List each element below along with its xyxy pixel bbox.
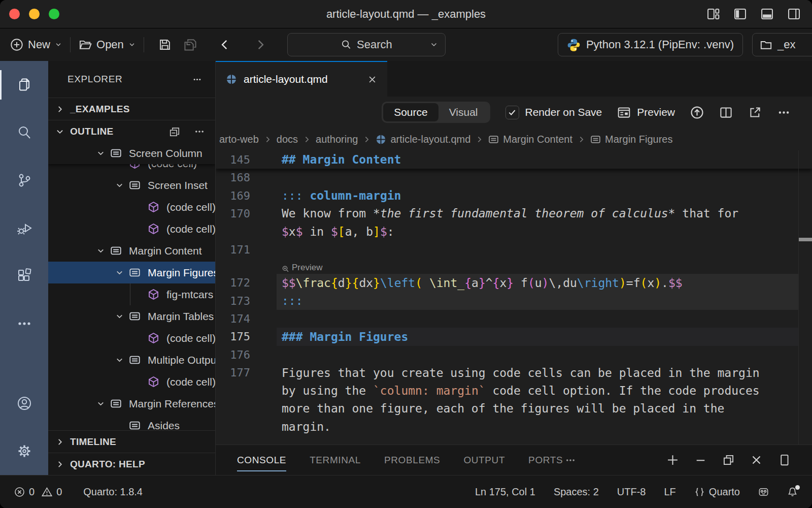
plus-icon[interactable]: [666, 454, 679, 466]
sidebar-section-examples[interactable]: _EXAMPLES: [48, 98, 215, 120]
activity-files-button[interactable]: [0, 61, 48, 109]
code-editor[interactable]: 145## Margin Content168169::: column-mar…: [216, 150, 812, 444]
minimize-window-button[interactable]: [29, 9, 40, 19]
outline-item-fig-mtcars[interactable]: fig-mtcars: [48, 283, 215, 305]
layout-grid-icon[interactable]: [706, 7, 720, 21]
outline-item--code-cell-[interactable]: (code cell): [48, 164, 215, 174]
collapse-all-icon[interactable]: [169, 126, 180, 137]
outline-item-asides[interactable]: Asides: [48, 415, 215, 430]
breadcrumb-item-margin-content[interactable]: Margin Content: [488, 134, 572, 145]
layout-sidebar-left-icon[interactable]: [733, 7, 747, 21]
outline-item--code-cell-[interactable]: (code cell): [48, 327, 215, 349]
code-lens-preview[interactable]: Preview: [216, 259, 812, 274]
render-on-save-checkbox[interactable]: [505, 106, 519, 119]
panel-more-icon[interactable]: [565, 455, 576, 466]
activity-more-button[interactable]: [0, 300, 48, 347]
code-line[interactable]: 170We know from *the first fundamental t…: [216, 205, 812, 223]
encoding[interactable]: UTF-8: [617, 486, 646, 498]
indentation[interactable]: Spaces: 2: [554, 486, 599, 498]
breadcrumb-item-margin-figures[interactable]: Margin Figures: [590, 134, 672, 145]
sidebar-section-timeline[interactable]: TIMELINE: [48, 430, 215, 453]
code-line[interactable]: margin.: [216, 418, 812, 435]
code-line[interactable]: 176: [216, 346, 812, 364]
source-mode-button[interactable]: Source: [383, 103, 438, 121]
save-all-icon[interactable]: [184, 38, 197, 51]
quarto-version[interactable]: Quarto: 1.8.4: [83, 486, 143, 498]
code-line[interactable]: by using the `column: margin` code cell …: [216, 382, 812, 399]
outline-item-margin-content[interactable]: Margin Content: [48, 240, 215, 262]
code-line[interactable]: 168: [216, 169, 812, 186]
panel-tab-console[interactable]: CONSOLE: [237, 445, 286, 475]
save-icon[interactable]: [158, 38, 172, 51]
breadcrumb-item-authoring[interactable]: authoring: [316, 134, 358, 145]
panel-rect-icon[interactable]: [778, 454, 791, 466]
code-line[interactable]: 174: [216, 310, 812, 328]
python-interpreter-button[interactable]: Python 3.12.1 (PipEnv: .venv): [558, 33, 743, 56]
sidebar-section-quarto-help[interactable]: QUARTO: HELP: [48, 453, 215, 475]
activity-debug-button[interactable]: [0, 204, 48, 252]
preview-button[interactable]: Preview: [617, 106, 675, 119]
search-input[interactable]: Search: [287, 33, 446, 56]
outline-item-multiple-outputs[interactable]: Multiple Outputs: [48, 349, 215, 371]
code-line[interactable]: 173:::: [216, 292, 812, 309]
split-editor-icon[interactable]: [719, 106, 733, 119]
editor-scrollbar[interactable]: [798, 150, 812, 444]
code-line[interactable]: 169::: column-margin: [216, 186, 812, 204]
panel-tab-problems[interactable]: PROBLEMS: [384, 445, 440, 475]
language-mode[interactable]: Quarto: [694, 486, 740, 498]
activity-extensions-button[interactable]: [0, 252, 48, 300]
code-line[interactable]: 171: [216, 241, 812, 259]
close-window-button[interactable]: [9, 9, 20, 19]
close-tab-icon[interactable]: [367, 75, 377, 84]
restore-icon[interactable]: [722, 454, 735, 466]
code-line[interactable]: 175### Margin Figures: [216, 328, 812, 345]
minus-icon[interactable]: [694, 454, 707, 466]
panel-tab-output[interactable]: OUTPUT: [463, 445, 505, 475]
layout-sidebar-right-icon[interactable]: [787, 7, 801, 21]
navigate-back-icon[interactable]: [218, 38, 231, 51]
code-line[interactable]: 177Figures that you create using code ce…: [216, 364, 812, 382]
sticky-code-line[interactable]: 145## Margin Content: [216, 150, 812, 169]
editor-more-icon[interactable]: [777, 106, 791, 119]
workspace-folder-button[interactable]: _ex: [752, 33, 812, 56]
outline-item--code-cell-[interactable]: (code cell): [48, 371, 215, 393]
eol[interactable]: LF: [664, 486, 676, 498]
activity-search-side-button[interactable]: [0, 109, 48, 156]
breadcrumb-item-docs[interactable]: docs: [277, 134, 298, 145]
outline-item--code-cell-[interactable]: (code cell): [48, 218, 215, 240]
code-line[interactable]: 172$$\frac{d}{dx}\left( \int_{a}^{x} f(u…: [216, 274, 812, 292]
outline-item-screen-inset[interactable]: Screen Inset: [48, 174, 215, 196]
activity-settings-button[interactable]: [0, 427, 48, 475]
sidebar-section-outline[interactable]: OUTLINE: [48, 120, 215, 142]
scrollbar-thumb[interactable]: [799, 238, 812, 241]
activity-account-button[interactable]: [0, 379, 48, 427]
problems-status[interactable]: 00: [14, 486, 65, 498]
new-button[interactable]: New: [10, 38, 62, 51]
notifications[interactable]: [787, 487, 798, 497]
open-button[interactable]: Open: [79, 38, 136, 51]
chevron-down-icon[interactable]: [430, 41, 438, 49]
outline-item-screen-column[interactable]: Screen Column: [48, 142, 215, 164]
panel-tab-terminal[interactable]: TERMINAL: [310, 445, 361, 475]
layout-panel-icon[interactable]: [760, 7, 774, 21]
zoom-window-button[interactable]: [49, 9, 59, 19]
outline-item--code-cell-[interactable]: (code cell): [48, 196, 215, 218]
outline-item-margin-tables[interactable]: Margin Tables: [48, 305, 215, 327]
open-external-icon[interactable]: [748, 106, 762, 119]
outline-item-margin-references[interactable]: Margin References: [48, 393, 215, 415]
close-icon[interactable]: [750, 454, 763, 466]
visual-mode-button[interactable]: Visual: [438, 103, 489, 121]
code-line[interactable]: $x$ in $[a, b]$:: [216, 223, 812, 240]
tab-article-layout[interactable]: article-layout.qmd: [216, 61, 387, 97]
cursor-position[interactable]: Ln 175, Col 1: [475, 486, 535, 498]
activity-source-control-button[interactable]: [0, 156, 48, 204]
breadcrumb-item-arto-web[interactable]: arto-web: [219, 134, 259, 145]
outline-more-icon[interactable]: [194, 126, 205, 137]
render-icon[interactable]: [690, 106, 704, 119]
outline-item-margin-figures[interactable]: Margin Figures: [48, 262, 215, 283]
navigate-forward-icon[interactable]: [254, 38, 267, 51]
panel-tab-ports[interactable]: PORTS: [528, 445, 563, 475]
explorer-more-icon[interactable]: [192, 75, 202, 84]
breadcrumb-item-article-layout-qmd[interactable]: article-layout.qmd: [376, 134, 470, 145]
code-line[interactable]: more than one figure, each of the figure…: [216, 400, 812, 418]
